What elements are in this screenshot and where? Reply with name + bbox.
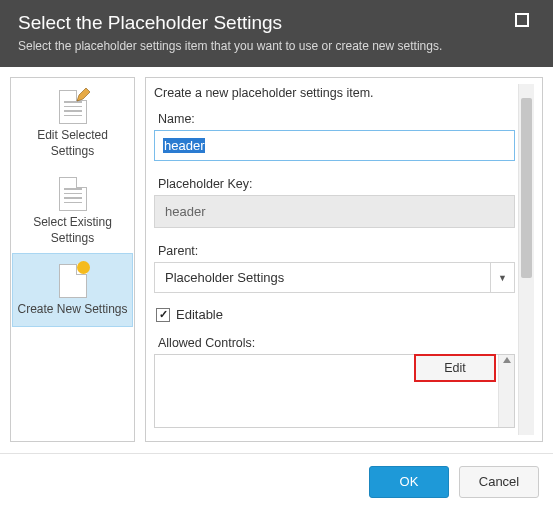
sidebar-item-label: Select Existing Settings [17, 215, 128, 246]
key-input: header [154, 195, 515, 228]
parent-label: Parent: [154, 240, 515, 262]
name-input-value: header [163, 138, 205, 153]
parent-dropdown[interactable]: Placeholder Settings ▼ [154, 262, 515, 293]
dialog-title: Select the Placeholder Settings [18, 12, 535, 34]
dialog-footer: OK Cancel [0, 453, 553, 509]
sidebar: Edit Selected Settings Select Existing S… [10, 77, 135, 442]
maximize-button[interactable] [515, 13, 529, 27]
panel-heading: Create a new placeholder settings item. [154, 84, 515, 108]
chevron-down-icon: ▼ [490, 263, 514, 292]
dialog-header: Select the Placeholder Settings Select t… [0, 0, 553, 67]
editable-checkbox[interactable]: ✓ [156, 308, 170, 322]
allowed-controls-box: Edit [154, 354, 515, 428]
panel-scrollbar[interactable] [518, 84, 534, 435]
editable-label: Editable [176, 307, 223, 322]
edit-button[interactable]: Edit [414, 354, 496, 382]
document-icon [17, 177, 128, 211]
sidebar-item-label: Edit Selected Settings [17, 128, 128, 159]
dialog-subtitle: Select the placeholder settings item tha… [18, 39, 535, 53]
name-input[interactable]: header [154, 130, 515, 161]
sidebar-item-create-new[interactable]: Create New Settings [13, 254, 132, 326]
allowed-controls-scrollbar[interactable] [498, 355, 514, 427]
main-panel: Create a new placeholder settings item. … [145, 77, 543, 442]
sidebar-item-label: Create New Settings [17, 302, 128, 318]
dialog-body: Edit Selected Settings Select Existing S… [0, 67, 553, 452]
name-label: Name: [154, 108, 515, 130]
ok-button[interactable]: OK [369, 466, 449, 498]
cancel-button[interactable]: Cancel [459, 466, 539, 498]
sidebar-item-select-existing[interactable]: Select Existing Settings [13, 167, 132, 254]
scrollbar-thumb[interactable] [521, 98, 532, 278]
document-new-icon [17, 264, 128, 298]
sidebar-item-edit-selected[interactable]: Edit Selected Settings [13, 80, 132, 167]
parent-value: Placeholder Settings [155, 263, 490, 292]
document-edit-icon [17, 90, 128, 124]
key-label: Placeholder Key: [154, 173, 515, 195]
allowed-controls-label: Allowed Controls: [154, 332, 515, 354]
